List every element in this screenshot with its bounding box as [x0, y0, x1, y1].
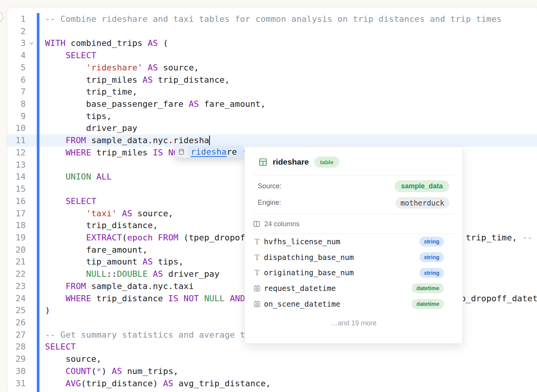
column-name: hvfhs_license_num [264, 237, 341, 246]
line-number: 21 [7, 256, 26, 268]
calendar-clock-icon [253, 300, 261, 308]
code-line[interactable]: 10 driver_pay [7, 122, 537, 134]
suggestion-rest-text: re [227, 147, 237, 157]
code-line[interactable]: 11 FROM sample_data.nyc.ridesha [7, 134, 537, 147]
code-line[interactable]: 1-- Combine rideshare and taxi tables fo… [7, 13, 537, 25]
line-number: 12 [7, 147, 26, 159]
code-line[interactable]: 5 'rideshare' AS source, [7, 62, 537, 74]
line-number: 8 [7, 98, 26, 110]
columns-icon [253, 220, 260, 228]
source-label: Source: [258, 182, 282, 190]
table-icon [259, 158, 267, 167]
code-line-text: base_passenger_fare AS fare_amount, [45, 98, 537, 110]
line-number: 13 [7, 159, 26, 171]
line-number: 2 [7, 25, 26, 38]
line-number: 6 [7, 74, 26, 86]
suggestion-matched-text: ridesha [191, 147, 227, 157]
line-number: 26 [7, 317, 26, 329]
code-line-text: source, [45, 353, 537, 365]
editor-card: 1-- Combine rideshare and taxi tables fo… [7, 7, 537, 392]
line-number: 27 [7, 329, 26, 341]
column-type-badge: datetime [412, 299, 444, 309]
source-value-badge: sample_data [395, 180, 449, 192]
engine-value-badge: motherduck [396, 197, 449, 209]
code-line-text: trip_time, [45, 86, 537, 98]
line-number: 18 [7, 219, 26, 232]
autocomplete-dropdown: rideshare [175, 146, 244, 158]
line-number: 17 [7, 207, 26, 220]
popup-table-name: rideshare [273, 157, 309, 167]
line-number: 5 [7, 62, 26, 74]
column-row: request_datetimedatetime [245, 281, 463, 296]
fold-chevron-down-icon[interactable] [29, 41, 34, 46]
column-name: request_datetime [264, 284, 336, 293]
partial-avatar-circle [0, 11, 3, 22]
code-line[interactable]: 30 COUNT(*) AS num_trips, [7, 365, 537, 377]
source-row: Source: sample_data [245, 178, 463, 194]
line-number: 9 [7, 110, 26, 122]
sql-editor-page: { "colors": { "page-bg": "#faf8f4", "bar… [0, 0, 537, 392]
code-line-text: COUNT(*) AS num_trips, [45, 365, 537, 377]
line-number: 24 [7, 292, 26, 305]
engine-label: Engine: [258, 199, 281, 207]
column-row: on_scene_datetimedatetime [245, 296, 463, 312]
line-number: 16 [7, 195, 26, 207]
line-number: 3 [7, 37, 26, 49]
code-line[interactable]: 32 AVG(trip_time) AS avg_trip_time, [7, 389, 537, 392]
text-type-icon: T [253, 238, 261, 245]
columns-count-row: 24 columns [245, 214, 463, 234]
code-line-text: AVG(trip_distance) AS avg_trip_distance, [45, 377, 537, 390]
code-line[interactable]: 9 tips, [7, 110, 537, 122]
code-line[interactable]: 7 trip_time, [7, 86, 537, 98]
text-cursor [209, 136, 210, 145]
line-number: 29 [7, 353, 26, 365]
calendar-clock-icon [253, 284, 261, 292]
column-row: Thvfhs_license_numstring [245, 234, 463, 250]
code-line-text: 'rideshare' AS source, [45, 62, 537, 74]
line-number: 23 [7, 280, 26, 292]
column-row: Toriginating_base_numstring [245, 265, 463, 281]
popup-header: rideshare table [245, 147, 463, 175]
column-name: dispatching_base_num [264, 253, 354, 262]
engine-row: Engine: motherduck [245, 194, 463, 211]
column-type-badge: string [419, 268, 444, 278]
line-number: 28 [7, 341, 26, 353]
more-columns-text: …and 19 more [245, 312, 463, 343]
code-line-text: trip_miles AS trip_distance, [45, 74, 537, 86]
line-number: 19 [7, 232, 26, 244]
code-line[interactable]: 6 trip_miles AS trip_distance, [7, 74, 537, 86]
column-type-badge: string [419, 237, 444, 247]
code-line-text: tips, [45, 110, 537, 122]
suggestion-item-rideshare[interactable]: rideshare [188, 146, 244, 158]
line-number: 22 [7, 268, 26, 280]
code-line[interactable]: 29 source, [7, 353, 537, 365]
line-number: 4 [7, 49, 26, 62]
line-number: 10 [7, 122, 26, 134]
code-line[interactable]: 2 [7, 25, 537, 38]
line-number: 15 [7, 183, 26, 195]
line-number: 1 [7, 13, 26, 25]
code-line-text: driver_pay [45, 122, 537, 134]
line-number: 32 [7, 389, 26, 392]
line-number: 7 [7, 86, 26, 98]
code-line[interactable]: 31 AVG(trip_distance) AS avg_trip_distan… [7, 377, 537, 390]
column-name: originating_base_num [264, 268, 354, 277]
table-info-popup: rideshare table Source: sample_data Engi… [244, 146, 463, 344]
changed-lines-bar [37, 13, 39, 392]
code-line-text: -- Combine rideshare and taxi tables for… [45, 13, 537, 25]
line-number: 30 [7, 365, 26, 377]
code-line-text: SELECT [45, 49, 537, 62]
database-icon [175, 146, 188, 158]
code-line[interactable]: 4 SELECT [7, 49, 537, 62]
text-type-icon: T [253, 254, 261, 261]
code-line-text: FROM sample_data.nyc.ridesha [45, 134, 537, 147]
column-type-badge: string [419, 252, 444, 262]
columns-list: Thvfhs_license_numstringTdispatching_bas… [245, 234, 463, 312]
line-number: 11 [7, 134, 26, 147]
code-line[interactable]: 3WITH combined_trips AS ( [7, 37, 537, 49]
column-row: Tdispatching_base_numstring [245, 250, 463, 265]
line-number: 14 [7, 171, 26, 183]
line-number: 20 [7, 244, 26, 256]
code-line[interactable]: 8 base_passenger_fare AS fare_amount, [7, 98, 537, 110]
code-line-text: AVG(trip_time) AS avg_trip_time, [45, 389, 537, 392]
